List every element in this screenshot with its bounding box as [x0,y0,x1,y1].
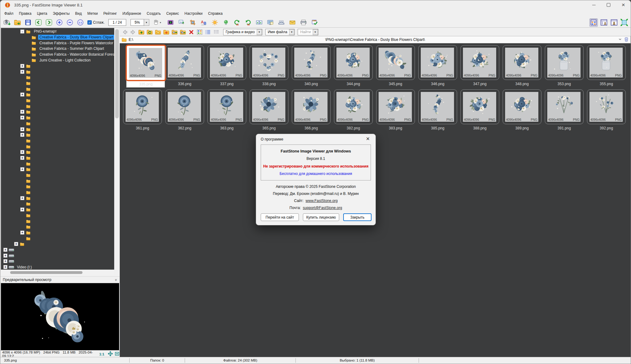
tree-item[interactable] [1,121,114,126]
scan-icon[interactable] [277,18,286,27]
tree-item[interactable]: + [1,207,114,212]
chevron-down-icon[interactable] [313,29,318,35]
expand-icon[interactable]: + [20,208,24,212]
maximize-button[interactable] [601,0,616,10]
tree-item[interactable] [1,235,114,241]
thumbnail-347.png[interactable]: 4096x4096PNG347.png [460,45,499,88]
view-list-icon[interactable] [204,28,212,36]
forward-icon[interactable] [129,28,137,36]
view-details-icon[interactable] [212,28,220,36]
menu-Файл[interactable]: Файл [2,10,16,17]
tree-item[interactable] [1,189,114,195]
tree-item[interactable]: + [1,126,114,132]
expand-icon[interactable]: + [20,116,24,120]
folder-new-icon[interactable] [163,28,170,36]
tree-item[interactable]: + [1,195,114,201]
search-input[interactable]: Найти [298,29,318,35]
expand-icon[interactable]: + [3,265,7,269]
mail-link[interactable]: support@FastStone.org [303,206,342,210]
tree-item[interactable] [1,97,114,103]
menu-Правка[interactable]: Правка [16,10,34,17]
tree-item[interactable]: + [1,63,114,69]
delete-icon[interactable] [187,28,195,36]
view-fullscreen-icon[interactable] [620,18,628,27]
thumbnail-338.png[interactable]: 4096x4096PNG338.png [250,45,288,88]
menu-Справка[interactable]: Справка [205,10,225,17]
menu-Эффекты[interactable]: Эффекты [50,10,73,17]
folder-favorites-icon[interactable] [154,28,162,36]
print-icon[interactable] [299,18,308,27]
next-image-icon[interactable] [45,18,53,27]
thumbnail-383.png[interactable]: 4096x4096PNG383.png [376,89,415,132]
tree-item[interactable]: Creative Fabrica - Purple Flowers Waterc… [1,40,114,46]
thumbnail-365.png[interactable]: 4096x4096PNG365.png [250,89,288,132]
tree-item[interactable] [1,80,114,86]
thumbnail-388.png[interactable]: 4096x4096PNG388.png [460,89,499,132]
zoom-actual-icon[interactable]: 1:1 [76,18,84,27]
recycle-bin-icon[interactable] [624,37,629,43]
expand-icon[interactable]: + [3,254,7,258]
folder-up-icon[interactable] [138,28,145,36]
thumbnail-385.png[interactable]: 4096x4096PNG385.png [418,89,457,132]
expand-icon[interactable]: + [20,110,24,114]
chevron-down-icon[interactable] [618,37,622,42]
back-icon[interactable] [121,28,129,36]
menu-Настройки[interactable]: Настройки [182,10,205,17]
rename-icon[interactable]: AB [200,18,208,27]
copy-to-folder-icon[interactable] [179,28,187,36]
tree-item[interactable]: + [1,259,114,264]
save-icon[interactable] [24,18,32,27]
resize-icon[interactable] [178,18,186,27]
sort-select[interactable]: Имя файла [265,29,295,35]
tree-item[interactable] [1,75,114,81]
expand-icon[interactable]: + [20,156,24,160]
tree-item[interactable]: + [1,247,114,253]
expand-icon[interactable]: + [20,167,24,171]
filter-select[interactable]: Графика и видео [223,29,262,35]
tree-item[interactable]: -PNG-клипарт [1,29,114,34]
thumbnail-337.png[interactable]: 4096x4096PNG337.png [207,45,246,88]
thumbnail-366.png[interactable]: 4096x4096PNG366.png [292,89,331,132]
settings-icon[interactable] [311,18,319,27]
expand-icon[interactable]: + [20,64,24,68]
open-folder-icon[interactable] [13,18,22,27]
crop-icon[interactable] [189,18,197,27]
thumbnail-335.png[interactable]: 4096x4096PNG335.png [126,45,165,88]
close-button[interactable] [616,0,631,10]
tree-item[interactable]: Jumi Creative - Light Collection [1,57,114,63]
thumbnail-336.png[interactable]: 4096x4096PNG336.png [165,45,204,88]
tree-item[interactable] [1,201,114,207]
expand-icon[interactable]: + [20,150,24,154]
tree-item[interactable]: Creative Fabrica - Watercolor Botanical … [1,52,114,57]
tree-item[interactable]: + [1,69,114,75]
hand-tool-icon[interactable] [152,18,162,27]
rotate-left-icon[interactable]: 90 [233,18,241,27]
tree-item[interactable]: Creative Fabrica - Dusty Blue Flowers Cl… [1,34,114,40]
thumbnail-391.png[interactable]: 4096x4096PNG391.png [545,89,584,132]
expand-icon[interactable]: + [3,259,7,263]
slideshow-icon[interactable] [167,18,175,27]
dialog-close-icon[interactable] [364,135,371,142]
tree-item[interactable]: + [1,241,114,247]
view-grid-icon[interactable] [196,28,203,36]
view-thumbnails-icon[interactable] [589,18,598,27]
tree-item[interactable] [1,86,114,92]
email-icon[interactable] [288,18,297,27]
zoom-level-select[interactable]: 5% [131,19,149,26]
expand-icon[interactable]: + [20,127,24,131]
menu-Избранное[interactable]: Избранное [120,10,144,17]
tree-vertical-scrollbar[interactable] [115,28,119,270]
collapse-icon[interactable]: - [20,30,24,34]
move-to-folder-icon[interactable] [171,28,179,36]
thumbnail-382.png[interactable]: 4096x4096PNG382.png [334,89,373,132]
minimize-button[interactable] [586,0,601,10]
folder-refresh-icon[interactable] [146,28,154,36]
thumbnail-389.png[interactable]: 4096x4096PNG389.png [503,89,541,132]
expand-icon[interactable]: + [20,93,24,97]
tree-item[interactable]: +Video (I:) [1,264,114,270]
zoom-in-icon[interactable] [55,18,63,27]
menu-Сервис[interactable]: Сервис [163,10,182,17]
chevron-down-icon[interactable] [257,29,262,35]
expand-icon[interactable]: + [20,133,24,137]
thumbnail-355.png[interactable]: 4096x4096PNG355.png [587,45,626,88]
